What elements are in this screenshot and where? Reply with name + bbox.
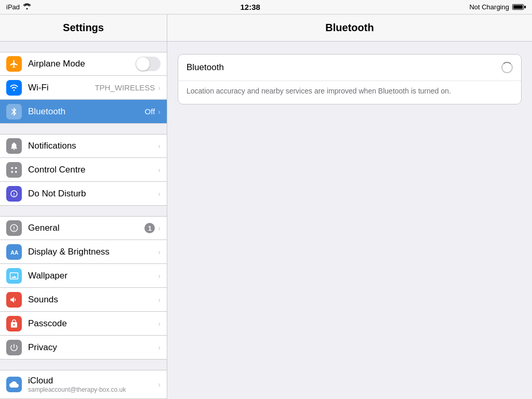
general-chevron: › xyxy=(158,224,161,232)
status-left: iPad xyxy=(6,3,31,11)
airplane-mode-label: Airplane Mode xyxy=(28,59,136,69)
do-not-disturb-chevron: › xyxy=(158,190,161,198)
notifications-icon xyxy=(6,138,22,154)
sidebar-item-sounds[interactable]: Sounds › xyxy=(0,288,167,312)
control-centre-label: Control Centre xyxy=(28,165,158,175)
sidebar-item-general[interactable]: General 1 › xyxy=(0,216,167,240)
content-header: Bluetooth xyxy=(167,15,532,42)
wifi-icon xyxy=(6,80,22,96)
display-brightness-label: Display & Brightness xyxy=(28,247,158,257)
bluetooth-label: Bluetooth xyxy=(28,107,145,117)
sidebar-item-wifi[interactable]: Wi-Fi TPH_WIRELESS › xyxy=(0,76,167,100)
bluetooth-note: Location accuracy and nearby services ar… xyxy=(178,81,521,104)
icloud-sublabel: sampleaccount@therapy-box.co.uk xyxy=(28,386,158,393)
passcode-icon xyxy=(6,316,22,331)
bluetooth-row: Bluetooth xyxy=(178,55,521,81)
section-gap-3 xyxy=(0,206,167,216)
sidebar-item-airplane-mode[interactable]: Airplane Mode xyxy=(0,52,167,76)
wifi-network: TPH_WIRELESS xyxy=(95,83,155,92)
do-not-disturb-label: Do Not Disturb xyxy=(28,189,158,199)
section-connectivity: Airplane Mode Wi-Fi TPH_WIRELESS › Bluet… xyxy=(0,52,167,124)
section-accounts: iCloud sampleaccount@therapy-box.co.uk › xyxy=(0,370,167,399)
bluetooth-value: Off xyxy=(145,107,155,116)
sidebar-item-display-brightness[interactable]: AA Display & Brightness › xyxy=(0,240,167,264)
wifi-chevron: › xyxy=(158,84,161,92)
airplane-mode-toggle[interactable] xyxy=(136,57,161,71)
wallpaper-chevron: › xyxy=(158,272,161,280)
battery-icon xyxy=(512,4,526,10)
sidebar-item-do-not-disturb[interactable]: Do Not Disturb › xyxy=(0,182,167,206)
sounds-icon xyxy=(6,292,22,308)
sounds-chevron: › xyxy=(158,296,161,304)
bluetooth-chevron: › xyxy=(158,108,161,116)
wallpaper-icon xyxy=(6,268,22,284)
content-title: Bluetooth xyxy=(325,22,374,34)
bluetooth-card: Bluetooth Location accuracy and nearby s… xyxy=(178,54,522,104)
svg-text:AA: AA xyxy=(10,249,19,255)
section-system: Notifications › Control Centre › Do Not … xyxy=(0,134,167,206)
control-centre-chevron: › xyxy=(158,166,161,174)
general-label: General xyxy=(28,223,144,233)
sidebar-item-passcode[interactable]: Passcode › xyxy=(0,312,167,336)
passcode-chevron: › xyxy=(158,320,161,328)
icloud-label: iCloud xyxy=(28,376,158,386)
content-area: Bluetooth Bluetooth Location accuracy an… xyxy=(167,15,532,399)
svg-point-3 xyxy=(15,170,17,172)
sidebar: Settings Airplane Mode Wi-Fi TPH_WIRELES… xyxy=(0,15,167,399)
sidebar-header: Settings xyxy=(0,15,167,42)
sidebar-item-notifications[interactable]: Notifications › xyxy=(0,134,167,158)
status-bar: iPad 12:38 Not Charging xyxy=(0,0,532,15)
icloud-icon xyxy=(6,377,22,392)
status-right: Not Charging xyxy=(469,3,526,11)
display-brightness-icon: AA xyxy=(6,244,22,260)
svg-point-1 xyxy=(15,167,17,169)
sidebar-item-bluetooth[interactable]: Bluetooth Off › xyxy=(0,100,167,124)
section-personalization: General 1 › AA Display & Brightness › Wa… xyxy=(0,216,167,360)
bluetooth-note-text: Location accuracy and nearby services ar… xyxy=(187,87,451,95)
sidebar-item-wallpaper[interactable]: Wallpaper › xyxy=(0,264,167,288)
sidebar-item-control-centre[interactable]: Control Centre › xyxy=(0,158,167,182)
bluetooth-card-label: Bluetooth xyxy=(187,62,501,73)
general-icon xyxy=(6,220,22,236)
svg-point-0 xyxy=(11,167,13,169)
notifications-label: Notifications xyxy=(28,141,158,151)
wifi-status-icon xyxy=(23,3,31,11)
bluetooth-icon xyxy=(6,104,22,119)
icloud-chevron: › xyxy=(158,380,161,389)
main-layout: Settings Airplane Mode Wi-Fi TPH_WIRELES… xyxy=(0,15,532,399)
charging-label: Not Charging xyxy=(469,3,509,11)
sidebar-title: Settings xyxy=(63,22,104,34)
svg-point-2 xyxy=(11,170,13,172)
passcode-label: Passcode xyxy=(28,318,158,329)
section-gap-2 xyxy=(0,124,167,134)
general-badge: 1 xyxy=(144,223,155,233)
privacy-icon xyxy=(6,340,22,355)
device-label: iPad xyxy=(6,3,20,11)
time-display: 12:38 xyxy=(241,3,260,11)
icloud-labels: iCloud sampleaccount@therapy-box.co.uk xyxy=(28,376,158,393)
sounds-label: Sounds xyxy=(28,295,158,305)
sidebar-item-privacy[interactable]: Privacy › xyxy=(0,336,167,360)
bluetooth-spinner xyxy=(501,62,513,73)
sidebar-item-icloud[interactable]: iCloud sampleaccount@therapy-box.co.uk › xyxy=(0,370,167,399)
wallpaper-label: Wallpaper xyxy=(28,271,158,281)
section-gap-4 xyxy=(0,360,167,370)
display-brightness-chevron: › xyxy=(158,248,161,256)
airplane-mode-icon xyxy=(6,56,22,72)
notifications-chevron: › xyxy=(158,142,161,150)
section-gap-1 xyxy=(0,42,167,52)
control-centre-icon xyxy=(6,162,22,178)
privacy-label: Privacy xyxy=(28,342,158,353)
content-body: Bluetooth Location accuracy and nearby s… xyxy=(167,42,532,117)
wifi-label: Wi-Fi xyxy=(28,83,95,93)
privacy-chevron: › xyxy=(158,343,161,352)
do-not-disturb-icon xyxy=(6,186,22,202)
